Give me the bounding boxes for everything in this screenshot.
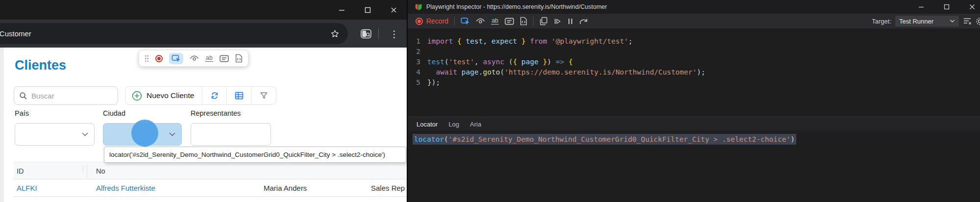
page-title: Clientes [15, 58, 66, 73]
filter-label-country: País [15, 109, 29, 117]
assert-text-icon[interactable]: ab [205, 55, 213, 62]
pick-locator-icon[interactable] [169, 53, 183, 64]
inspector-window-title: Playwright Inspector - https://demo.sere… [426, 3, 607, 10]
toolbar-divider [533, 17, 534, 25]
code-line: 2 [408, 47, 980, 57]
table-row[interactable]: ALFKI Alfreds Futterkiste Maria Anders S… [14, 179, 407, 197]
settings-gear-icon[interactable] [976, 17, 980, 25]
column-divider [87, 164, 87, 178]
refresh-button[interactable] [202, 87, 227, 104]
record-label: Record [426, 17, 448, 25]
filter-label-city: Ciudad [103, 109, 125, 117]
search-sidebar-button[interactable] [361, 29, 371, 39]
assert-visibility-icon[interactable] [476, 18, 485, 25]
plus-circle-icon [132, 91, 142, 101]
table-row[interactable]: ANATR Ana Trujillo Emparedados y helados… [14, 198, 407, 202]
representatives-input[interactable] [191, 123, 271, 146]
code-line: 5}); [408, 77, 980, 88]
locator-output-line[interactable]: locator('#s2id_Serenity_Demo_Northwind_C… [413, 133, 796, 145]
pick-locator-icon[interactable] [461, 17, 470, 25]
customer-name-link[interactable]: Alfreds Futterkiste [96, 179, 155, 197]
url-text[interactable]: nd/Customer [0, 23, 31, 44]
column-grid-icon [234, 91, 244, 101]
browser-maximize-button[interactable] [355, 0, 381, 20]
inspector-maximize-button[interactable] [934, 0, 959, 14]
inspector-toolbar: Record ab Target: T [408, 14, 980, 28]
browser-url-row: nd/Customer ⋮ [0, 20, 407, 48]
maximize-icon [365, 7, 371, 13]
collapsed-sidebar-edge [0, 48, 3, 202]
browser-menu-button[interactable]: ⋮ [390, 29, 399, 38]
target-label: Target: [872, 18, 891, 25]
picker-target-highlight [131, 120, 158, 147]
grid-header-id[interactable]: ID [17, 162, 24, 180]
record-button[interactable]: Record [416, 17, 448, 25]
toolbar-divider [378, 28, 379, 39]
chevron-down-icon [950, 19, 955, 23]
drag-handle-icon[interactable] [145, 55, 149, 62]
assert-value-icon[interactable] [220, 55, 229, 62]
grid-header-row: ID ⋮ No [14, 162, 407, 179]
country-select[interactable] [15, 123, 95, 146]
column-picker-button[interactable] [227, 87, 251, 104]
locator-tooltip: locator('#s2id_Serenity_Demo_Northwind_C… [104, 147, 406, 163]
code-editor[interactable]: 1import { test, expect } from '@playwrig… [408, 28, 980, 117]
tab-aria[interactable]: Aria [470, 121, 481, 128]
minimize-icon [918, 4, 924, 10]
search-icon [19, 92, 27, 100]
pause-icon[interactable] [567, 18, 573, 25]
close-icon [969, 4, 975, 10]
minimize-icon [339, 7, 345, 13]
contact-title: Sales Rep [371, 179, 407, 197]
code-line: 4 await page.goto('https://demo.serenity… [408, 67, 980, 77]
inspector-close-button[interactable] [959, 0, 980, 14]
browser-close-button[interactable] [381, 0, 407, 20]
assert-snapshot-icon[interactable] [235, 54, 243, 63]
assert-visibility-icon[interactable] [190, 55, 199, 62]
step-over-icon[interactable] [579, 18, 588, 25]
maximize-icon [944, 4, 950, 10]
copy-icon[interactable] [539, 17, 548, 25]
filter-button[interactable] [251, 87, 276, 104]
new-customer-button[interactable]: Nuevo Cliente [125, 87, 202, 104]
tab-log[interactable]: Log [448, 121, 459, 128]
kebab-menu-icon: ⋮ [390, 29, 399, 38]
search-input[interactable] [31, 92, 105, 100]
bottom-panel-tabs: Locator Log Aria [408, 117, 980, 131]
record-icon[interactable] [155, 55, 163, 62]
bookmark-star-button[interactable] [330, 29, 340, 38]
clear-icon[interactable] [963, 17, 972, 25]
assert-snapshot-icon[interactable] [520, 17, 527, 25]
grid-header-name[interactable]: No [96, 162, 105, 180]
code-line: 3test('test', async ({ page }) => { [408, 57, 980, 67]
inspector-minimize-button[interactable] [908, 0, 934, 14]
contact-name: Maria Anders [264, 179, 307, 197]
assert-value-icon[interactable] [505, 18, 514, 25]
search-sidebar-icon [361, 29, 371, 39]
target-group: Target: Test Runner [872, 16, 977, 26]
target-select[interactable]: Test Runner [895, 16, 959, 26]
filter-label-representatives: Representantes [191, 109, 241, 117]
record-icon [416, 18, 423, 25]
contact-name: Ana Trujillo [264, 197, 300, 202]
column-drag-handle[interactable]: ⋮ [80, 166, 86, 171]
url-address-bar[interactable]: nd/Customer [0, 23, 348, 44]
browser-minimize-button[interactable] [329, 0, 355, 20]
grid-toolbar: Nuevo Cliente [125, 86, 276, 105]
chevron-down-icon [169, 130, 175, 139]
customer-id-link[interactable]: ANATR [17, 197, 41, 202]
inspector-titlebar: Playwright Inspector - https://demo.sere… [408, 0, 980, 14]
assert-text-icon[interactable]: ab [491, 18, 499, 25]
customer-id-link[interactable]: ALFKI [17, 179, 37, 197]
playwright-logo-icon [415, 3, 422, 11]
resume-icon[interactable] [554, 18, 562, 25]
browser-titlebar [0, 0, 407, 20]
star-icon [330, 29, 340, 38]
close-icon [391, 7, 397, 13]
new-customer-label: Nuevo Cliente [147, 91, 194, 100]
playwright-inspector-window: Playwright Inspector - https://demo.sere… [407, 0, 980, 202]
tab-locator[interactable]: Locator [416, 121, 438, 128]
search-input-wrap [14, 86, 118, 105]
customer-name-link[interactable]: Ana Trujillo Emparedados y helados [96, 197, 214, 202]
chevron-down-icon [82, 130, 88, 139]
